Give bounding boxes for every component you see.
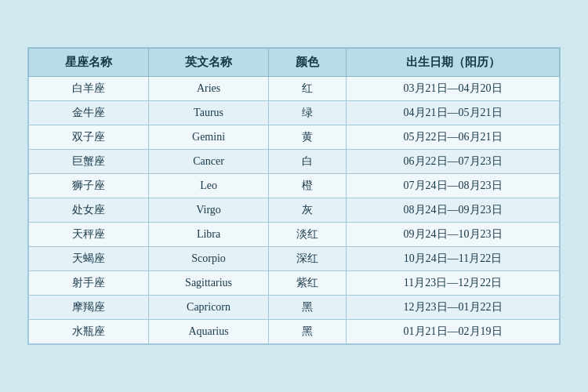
cell-english-name: Scorpio [149,247,269,271]
cell-chinese-name: 天秤座 [29,223,149,247]
cell-english-name: Leo [149,174,269,198]
table-row: 白羊座Aries红03月21日—04月20日 [29,77,560,101]
cell-dates: 06月22日—07月23日 [347,150,560,174]
cell-color: 淡红 [269,223,347,247]
cell-color: 绿 [269,101,347,125]
table-header-row: 星座名称 英文名称 颜色 出生日期（阳历） [29,49,560,77]
header-chinese-name: 星座名称 [29,49,149,77]
cell-color: 白 [269,150,347,174]
cell-color: 黑 [269,296,347,320]
cell-english-name: Gemini [149,125,269,150]
table-row: 金牛座Taurus绿04月21日—05月21日 [29,101,560,125]
cell-dates: 10月24日—11月22日 [347,247,560,271]
cell-dates: 07月24日—08月23日 [347,174,560,198]
cell-color: 灰 [269,198,347,223]
cell-color: 深红 [269,247,347,271]
header-english-name: 英文名称 [149,49,269,77]
cell-english-name: Virgo [149,198,269,223]
cell-chinese-name: 处女座 [29,198,149,223]
cell-chinese-name: 巨蟹座 [29,150,149,174]
header-dates: 出生日期（阳历） [347,49,560,77]
cell-color: 黄 [269,125,347,150]
cell-dates: 05月22日—06月21日 [347,125,560,150]
table-row: 天秤座Libra淡红09月24日—10月23日 [29,223,560,247]
cell-chinese-name: 摩羯座 [29,296,149,320]
cell-color: 黑 [269,320,347,344]
cell-chinese-name: 水瓶座 [29,320,149,344]
table-row: 处女座Virgo灰08月24日—09月23日 [29,198,560,223]
cell-chinese-name: 金牛座 [29,101,149,125]
table-row: 狮子座Leo橙07月24日—08月23日 [29,174,560,198]
cell-english-name: Sagittarius [149,271,269,296]
header-color: 颜色 [269,49,347,77]
cell-english-name: Aquarius [149,320,269,344]
table-row: 射手座Sagittarius紫红11月23日—12月22日 [29,271,560,296]
cell-dates: 09月24日—10月23日 [347,223,560,247]
zodiac-table-container: 星座名称 英文名称 颜色 出生日期（阳历） 白羊座Aries红03月21日—04… [27,47,561,345]
cell-dates: 01月21日—02月19日 [347,320,560,344]
table-row: 天蝎座Scorpio深红10月24日—11月22日 [29,247,560,271]
table-row: 双子座Gemini黄05月22日—06月21日 [29,125,560,150]
table-body: 白羊座Aries红03月21日—04月20日金牛座Taurus绿04月21日—0… [29,77,560,344]
cell-english-name: Libra [149,223,269,247]
cell-chinese-name: 天蝎座 [29,247,149,271]
cell-dates: 03月21日—04月20日 [347,77,560,101]
cell-color: 橙 [269,174,347,198]
cell-dates: 08月24日—09月23日 [347,198,560,223]
cell-color: 红 [269,77,347,101]
cell-english-name: Capricorn [149,296,269,320]
cell-english-name: Cancer [149,150,269,174]
cell-dates: 12月23日—01月22日 [347,296,560,320]
cell-chinese-name: 双子座 [29,125,149,150]
cell-dates: 04月21日—05月21日 [347,101,560,125]
table-row: 巨蟹座Cancer白06月22日—07月23日 [29,150,560,174]
cell-english-name: Taurus [149,101,269,125]
cell-dates: 11月23日—12月22日 [347,271,560,296]
cell-chinese-name: 射手座 [29,271,149,296]
table-row: 摩羯座Capricorn黑12月23日—01月22日 [29,296,560,320]
zodiac-table: 星座名称 英文名称 颜色 出生日期（阳历） 白羊座Aries红03月21日—04… [28,48,560,344]
table-row: 水瓶座Aquarius黑01月21日—02月19日 [29,320,560,344]
cell-chinese-name: 白羊座 [29,77,149,101]
cell-english-name: Aries [149,77,269,101]
cell-color: 紫红 [269,271,347,296]
cell-chinese-name: 狮子座 [29,174,149,198]
